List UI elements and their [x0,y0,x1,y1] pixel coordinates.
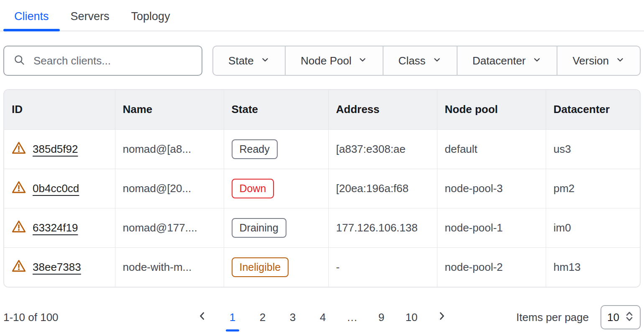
filter-state-label: State [228,54,254,67]
filter-node-pool-dropdown[interactable]: Node Pool [285,46,383,75]
chevron-down-icon [358,54,367,67]
page-number-2[interactable]: 2 [256,311,269,324]
chevron-down-icon [532,54,542,67]
pagination-ellipsis: … [347,311,358,324]
filter-bar: State Node Pool Class Datacenter Version [212,46,641,76]
column-header-state: State [224,90,328,129]
page-number-4[interactable]: 4 [317,311,329,324]
filter-datacenter-label: Datacenter [473,54,526,67]
state-badge-label: Down [240,182,266,195]
client-node-pool: default [437,129,546,169]
client-node-pool: node-pool-1 [437,208,546,247]
tab-servers[interactable]: Servers [60,6,120,31]
column-header-datacenter: Datacenter [546,90,640,129]
page-number-9[interactable]: 9 [375,311,388,324]
items-per-page-label: Items per page [516,311,589,324]
filter-node-pool-label: Node Pool [301,54,351,67]
tab-clients-label: Clients [14,10,49,23]
client-datacenter: hm13 [546,247,640,287]
client-name: nomad@[a8... [115,129,224,169]
filter-datacenter-dropdown[interactable]: Datacenter [457,46,557,75]
client-name: nomad@177.... [115,208,224,247]
table-row: 38ee7383 node-with-m... Ineligible - nod… [4,247,640,287]
client-id-link[interactable]: 0b4cc0cd [33,182,79,195]
filter-state-dropdown[interactable]: State [213,46,285,75]
chevron-down-icon [261,54,270,67]
table-row: 63324f19 nomad@177.... Draining 177.126.… [4,208,640,247]
search-icon [13,54,25,67]
client-address: 177.126.106.138 [328,208,437,247]
state-badge: Draining [232,218,286,238]
toolbar: State Node Pool Class Datacenter Version [3,46,641,76]
tab-clients[interactable]: Clients [3,6,60,31]
state-badge-label: Ineligible [240,261,281,273]
filter-class-dropdown[interactable]: Class [383,46,457,75]
page-number-3[interactable]: 3 [286,311,299,324]
column-header-node-pool: Node pool [437,90,546,129]
warning-icon [12,180,26,197]
client-address: [a837:e308:ae [328,129,437,169]
client-name: node-with-m... [115,247,224,287]
state-badge-label: Ready [240,143,270,155]
warning-icon [12,141,26,157]
tab-bar: Clients Servers Toplogy [0,0,644,31]
client-id-link[interactable]: 38ee7383 [33,261,81,274]
client-datacenter: pm2 [546,169,640,208]
table-row: 385d5f92 nomad@[a8... Ready [a837:e308:a… [4,129,640,169]
page-number-1[interactable]: 1 [226,311,239,324]
caret-updown-icon [625,310,634,324]
items-per-page-group: Items per page 10 [516,305,641,329]
client-address: - [328,247,437,287]
tab-topology[interactable]: Toplogy [120,6,181,31]
client-id-link[interactable]: 63324f19 [33,221,78,234]
page-number-10[interactable]: 10 [405,311,418,324]
client-name: nomad@[20... [115,169,224,208]
filter-class-label: Class [399,54,426,67]
state-badge-label: Draining [240,222,279,234]
client-datacenter: us3 [546,129,640,169]
warning-icon [12,259,26,275]
search-clients-box [3,46,202,76]
next-page-button[interactable] [435,311,448,324]
table-row: 0b4cc0cd nomad@[20... Down [20ea:196a:f6… [4,169,640,208]
table-header-row: ID Name State Address Node pool Datacent… [4,90,640,129]
client-node-pool: node-pool-3 [437,169,546,208]
pagination-bar: 1-10 of 100 1 2 3 4 … 9 10 Items per pag… [3,304,641,330]
prev-page-button[interactable] [196,311,209,324]
chevron-down-icon [432,54,442,67]
client-node-pool: node-pool-2 [437,247,546,287]
column-header-name: Name [115,90,224,129]
tab-servers-label: Servers [71,10,110,23]
client-id-link[interactable]: 385d5f92 [33,143,78,156]
items-per-page-value: 10 [607,311,619,324]
filter-version-label: Version [572,54,609,67]
tab-topology-label: Toplogy [131,10,170,23]
column-header-id: ID [4,90,115,129]
state-badge: Ready [232,139,278,159]
clients-table: ID Name State Address Node pool Datacent… [3,89,641,288]
client-address: [20ea:196a:f68 [328,169,437,208]
state-badge: Ineligible [232,257,289,277]
warning-icon [12,220,26,236]
pagination-range-label: 1-10 of 100 [3,311,59,324]
column-header-address: Address [328,90,437,129]
client-datacenter: im0 [546,208,640,247]
filter-version-dropdown[interactable]: Version [557,46,640,75]
items-per-page-select[interactable]: 10 [601,305,641,329]
state-badge: Down [232,179,274,198]
chevron-down-icon [616,54,625,67]
pagination-pages: 1 2 3 4 … 9 10 [196,311,448,324]
search-input[interactable] [33,54,192,68]
